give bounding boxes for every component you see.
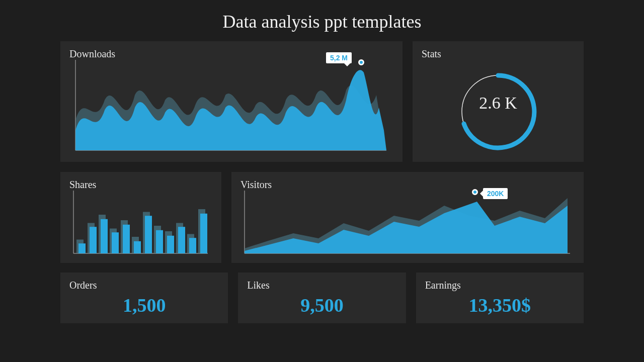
orders-title: Orders: [69, 280, 219, 291]
svg-rect-12: [112, 232, 119, 253]
svg-rect-6: [78, 243, 86, 253]
shares-chart: [69, 191, 210, 256]
earnings-card: Earnings 13,350$: [416, 273, 584, 323]
downloads-peak-label: 5,2 M: [326, 52, 352, 63]
svg-rect-8: [90, 227, 97, 253]
svg-rect-10: [101, 219, 108, 253]
visitors-peak-dot: [472, 189, 478, 195]
earnings-title: Earnings: [425, 280, 575, 291]
likes-card: Likes 9,500: [238, 273, 406, 323]
svg-rect-24: [178, 227, 185, 253]
svg-rect-18: [145, 216, 152, 253]
stats-card: Stats 2.6 K: [413, 41, 584, 162]
svg-rect-28: [200, 214, 207, 253]
svg-rect-14: [123, 225, 130, 253]
page-title: Data analysis ppt templates: [0, 0, 644, 41]
svg-marker-32: [245, 202, 568, 253]
orders-card: Orders 1,500: [60, 273, 228, 323]
downloads-card: Downloads 5,2 M: [60, 41, 403, 162]
svg-rect-20: [156, 230, 163, 253]
earnings-value: 13,350$: [425, 294, 575, 316]
visitors-peak-label: 200K: [483, 188, 508, 199]
visitors-card: Visitors 200K: [231, 172, 584, 263]
downloads-chart: [69, 60, 391, 153]
shares-card: Shares: [60, 172, 221, 263]
svg-rect-22: [167, 236, 174, 253]
orders-value: 1,500: [69, 294, 219, 316]
downloads-peak-dot: [358, 59, 364, 65]
dashboard-grid: Downloads 5,2 M Stats 2.6 K Shares: [0, 41, 644, 323]
likes-value: 9,500: [247, 294, 396, 316]
likes-title: Likes: [247, 280, 396, 291]
stats-value: 2.6 K: [479, 94, 517, 113]
svg-rect-26: [189, 238, 196, 253]
visitors-chart: [240, 191, 573, 256]
svg-rect-16: [134, 241, 141, 253]
stats-title: Stats: [422, 48, 575, 60]
shares-title: Shares: [69, 179, 212, 191]
visitors-title: Visitors: [240, 179, 575, 191]
